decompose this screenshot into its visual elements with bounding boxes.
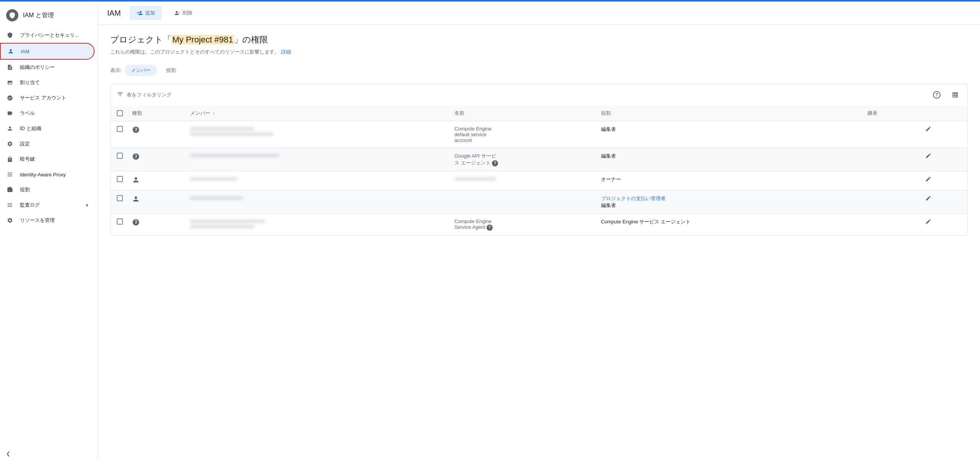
sidebar-collapse-button[interactable]: ❮ <box>0 446 98 461</box>
row-checkbox[interactable] <box>117 176 123 182</box>
sidebar-item-iap[interactable]: Identity-Aware Proxy <box>0 167 95 182</box>
details-link[interactable]: 詳細 <box>281 49 291 55</box>
member-name: ●●●●●●●●●●●●●●● <box>454 176 589 181</box>
edit-icon[interactable] <box>925 219 931 226</box>
member-role: プロジェクトの支払い管理者 編集者 <box>595 191 861 214</box>
sidebar-item-labels[interactable]: ラベル <box>0 106 95 121</box>
sidebar-item-manage-resources[interactable]: リソースを管理 <box>0 213 95 228</box>
iam-icon <box>7 47 15 55</box>
table-row: ●●●●●●●●●●●●●●●●●●●●●●●●●●●●●●●● Google … <box>111 148 967 171</box>
member-role: 編集者 <box>595 121 861 148</box>
member-name: Compute Enginedefault serviceaccount <box>448 121 595 148</box>
billing-admin-link[interactable]: プロジェクトの支払い管理者 <box>601 195 666 201</box>
row-checkbox[interactable] <box>117 153 123 159</box>
member-email: ●●●●●●●●●●●●●●●●●●●●●●● <box>190 126 442 131</box>
audit-log-icon <box>6 201 14 209</box>
question-icon[interactable]: ? <box>492 160 498 166</box>
sidebar-item-label: リソースを管理 <box>20 217 55 224</box>
collapse-icon: ❮ <box>6 451 10 456</box>
member-name: Compute EngineService Agent ? <box>448 214 595 235</box>
title-suffix: 」の権限 <box>234 35 268 44</box>
service-account-icon <box>132 154 140 162</box>
sidebar-item-label: 監査ログ <box>20 202 40 209</box>
sidebar-item-label: ラベル <box>20 110 35 117</box>
row-checkbox[interactable] <box>117 218 123 225</box>
delete-button[interactable]: 削除 <box>168 6 199 20</box>
row-checkbox[interactable] <box>117 126 123 132</box>
add-button[interactable]: 追加 <box>130 6 162 20</box>
sidebar-item-audit-log[interactable]: 監査ログ ▾ <box>0 197 95 213</box>
quota-icon <box>6 79 14 86</box>
sidebar-item-quota[interactable]: 割り当て <box>0 75 95 90</box>
row-checkbox[interactable] <box>117 195 123 201</box>
sort-arrow: ↑ <box>213 111 215 116</box>
member-sub: ●●●●●●●●●●●●●●●●●●●●●●●●●●●●●● <box>190 131 442 137</box>
edit-icon[interactable] <box>925 153 931 160</box>
sidebar-header: IAM と管理 <box>0 5 98 28</box>
edit-icon[interactable] <box>925 177 931 183</box>
sidebar: IAM と管理 プライバシーとセキュリ... IAM 組織のポリシー 割り当て <box>0 2 98 461</box>
main-content: IAM 追加 削除 プロジェクト「My Project #981」の権限 これら… <box>98 2 980 461</box>
sidebar-item-encryption[interactable]: 暗号鍵 <box>0 151 95 167</box>
table-actions: ? <box>931 89 961 101</box>
service-account-icon <box>132 127 140 135</box>
view-label: 表示: <box>110 67 122 74</box>
sidebar-item-label: プライバシーとセキュリ... <box>20 32 79 39</box>
subtitle-text: これらの権限は、このプロジェクトとそのすべてのリソースに影響します。 <box>110 49 279 55</box>
filter-area: 表をフィルタリング <box>117 91 172 99</box>
table-container: 表をフィルタリング ? <box>110 84 968 236</box>
encryption-icon <box>6 155 14 163</box>
settings-icon <box>6 140 14 148</box>
sidebar-item-roles[interactable]: 役割 <box>0 182 95 197</box>
title-prefix: プロジェクト「 <box>110 35 172 44</box>
service-account-icon <box>132 220 140 228</box>
editor-role: 編集者 <box>601 202 616 208</box>
help-icon-btn[interactable]: ? <box>931 89 943 101</box>
sidebar-item-iam[interactable]: IAM <box>0 43 95 60</box>
iam-table: 種類 メンバー ↑ 名前 役割 継承 <box>111 106 967 235</box>
member-role: オーナー <box>595 171 861 191</box>
columns-icon-btn[interactable] <box>949 89 961 101</box>
sidebar-item-label: 組織のポリシー <box>20 64 55 71</box>
service-accounts-icon <box>6 94 14 102</box>
roles-icon <box>6 186 14 194</box>
sidebar-item-label: 設定 <box>20 140 30 147</box>
sidebar-item-settings[interactable]: 設定 <box>0 136 95 151</box>
table-row: ●●●●●●●●●●●●●●●●●●● プロジェクトの支払い管理者 編集者 <box>111 191 967 214</box>
member-sub: ●●●●●●●●●●●●●●●●●●●●●●● <box>190 224 442 229</box>
tab-members[interactable]: メンバー <box>125 65 157 76</box>
page-title: プロジェクト「My Project #981」の権限 <box>110 34 968 46</box>
question-icon[interactable]: ? <box>487 225 493 231</box>
member-inherit <box>861 148 920 171</box>
header-checkbox[interactable] <box>117 110 123 116</box>
sidebar-item-label: 割り当て <box>20 79 40 86</box>
sidebar-item-label: IAM <box>21 49 29 54</box>
header-type: 種類 <box>126 106 184 121</box>
header-member[interactable]: メンバー ↑ <box>184 106 448 121</box>
header-inherit: 継承 <box>861 106 920 121</box>
sidebar-item-id-org[interactable]: ID と組織 <box>0 121 95 136</box>
view-tabs: 表示: メンバー 役割 <box>110 65 968 76</box>
toolbar: IAM 追加 削除 <box>98 2 980 25</box>
member-inherit <box>861 121 920 148</box>
sidebar-item-org-policy[interactable]: 組織のポリシー <box>0 60 95 75</box>
sidebar-item-label: サービス アカウント <box>20 94 66 101</box>
member-name: Google API サービス エージェント ? <box>448 148 595 171</box>
edit-icon[interactable] <box>925 127 931 133</box>
tab-roles[interactable]: 役割 <box>160 65 182 76</box>
header-name: 名前 <box>448 106 595 121</box>
filter-placeholder[interactable]: 表をフィルタリング <box>127 91 172 98</box>
header-role: 役割 <box>595 106 861 121</box>
table-row: ●●●●●●●●●●●●●●●●●●●●●●● ●●●●●●●●●●●●●●●●… <box>111 121 967 148</box>
dropdown-arrow: ▾ <box>86 202 88 208</box>
member-email: ●●●●●●●●●●●●●●●●● <box>190 176 442 181</box>
member-role: Compute Engine サービス エージェント <box>595 214 861 235</box>
edit-icon[interactable] <box>925 196 931 202</box>
person-icon <box>132 178 140 185</box>
sidebar-item-service-accounts[interactable]: サービス アカウント <box>0 90 95 106</box>
org-policy-icon <box>6 64 14 71</box>
member-email: ●●●●●●●●●●●●●●●●●●●●●●●●●●● <box>190 218 442 224</box>
remove-person-icon <box>174 10 180 16</box>
sidebar-item-privacy[interactable]: プライバシーとセキュリ... <box>0 28 95 43</box>
member-role: 編集者 <box>595 148 861 171</box>
